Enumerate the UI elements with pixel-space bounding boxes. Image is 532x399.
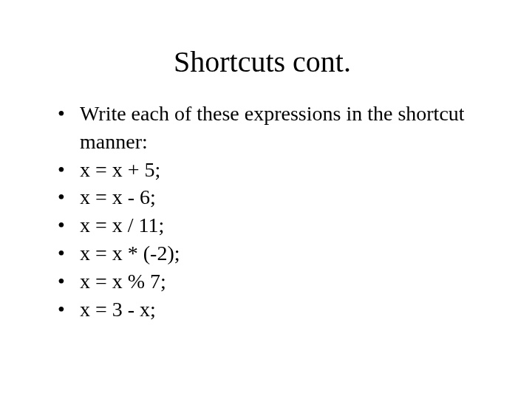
list-item: x = x + 5; xyxy=(58,156,488,184)
slide-title: Shortcuts cont. xyxy=(37,44,488,79)
list-item: x = x / 11; xyxy=(58,211,488,239)
list-item: x = x * (-2); xyxy=(58,239,488,267)
list-item: Write each of these expressions in the s… xyxy=(58,100,488,156)
list-item: x = x - 6; xyxy=(58,183,488,211)
bullet-list: Write each of these expressions in the s… xyxy=(37,100,488,323)
list-item: x = x % 7; xyxy=(58,267,488,296)
list-item: x = 3 - x; xyxy=(58,296,488,324)
